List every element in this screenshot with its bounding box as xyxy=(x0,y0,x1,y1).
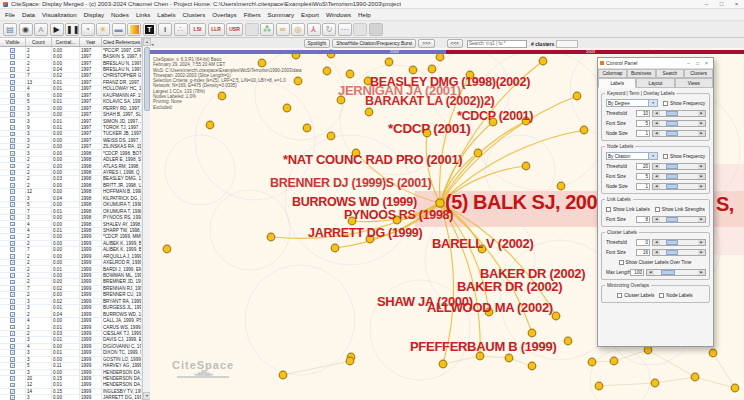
node-size-slider[interactable]: ◀▶ xyxy=(652,183,706,190)
play-icon[interactable]: ▶ xyxy=(50,23,64,36)
threshold-value[interactable]: 10 xyxy=(636,110,650,117)
visible-checkbox[interactable]: ✓ xyxy=(10,344,15,349)
font-size-slider[interactable]: ◀▶ xyxy=(652,173,706,180)
pathfinder-icon[interactable]: ⅄ xyxy=(307,23,321,36)
minimize-node-labels-checkbox[interactable] xyxy=(659,293,664,298)
menu-display[interactable]: Display xyxy=(84,11,104,18)
font-size-value[interactable]: 16 xyxy=(636,249,650,256)
graph-node[interactable] xyxy=(474,149,482,157)
control-panel-window[interactable]: Control Panel –□× ColormapBurstnessSearc… xyxy=(597,57,714,347)
font-size-slider[interactable]: ◀▶ xyxy=(652,249,706,256)
visible-checkbox[interactable]: ✓ xyxy=(10,74,15,79)
graph-node[interactable] xyxy=(365,108,373,116)
font-size-slider[interactable]: ◀▶ xyxy=(652,120,706,127)
graph-node[interactable] xyxy=(331,244,339,252)
threshold-value[interactable]: 20 xyxy=(636,163,650,170)
visible-checkbox[interactable]: ✓ xyxy=(10,280,15,285)
visible-checkbox[interactable]: ✓ xyxy=(10,299,15,304)
graph-node[interactable] xyxy=(505,354,513,362)
visible-checkbox[interactable]: ✓ xyxy=(10,151,15,156)
graph-node[interactable] xyxy=(428,65,436,73)
keyword-label-type-select[interactable]: By Degree ▼ xyxy=(606,99,658,107)
italic-label-icon[interactable]: I xyxy=(158,23,172,36)
visible-checkbox[interactable]: ✓ xyxy=(10,338,15,343)
minimize-cluster-labels-checkbox[interactable] xyxy=(617,293,622,298)
cluster-color-icon[interactable]: ⁂ xyxy=(260,23,274,36)
max-length-value[interactable]: 100 xyxy=(630,269,644,276)
max-length-slider[interactable]: ◀▶ xyxy=(646,269,706,276)
visible-checkbox[interactable]: ✓ xyxy=(10,189,15,194)
visible-checkbox[interactable]: ✓ xyxy=(10,48,15,53)
visible-checkbox[interactable]: ✓ xyxy=(10,125,15,130)
visible-checkbox[interactable]: ✓ xyxy=(10,228,15,233)
tab-labels[interactable]: Labels xyxy=(598,78,636,88)
visible-checkbox[interactable]: ✓ xyxy=(10,305,15,310)
rotate-icon[interactable]: ↻ xyxy=(322,23,336,36)
graph-node[interactable] xyxy=(557,182,565,190)
graph-node[interactable] xyxy=(588,358,596,366)
threshold-slider[interactable]: ◀▶ xyxy=(652,110,706,117)
menu-data[interactable]: Data xyxy=(22,11,35,18)
menu-labels[interactable]: Labels xyxy=(157,11,175,18)
menu-visualization[interactable]: Visualization xyxy=(42,11,77,18)
cluster-labels-over-time-checkbox[interactable] xyxy=(619,260,624,265)
visible-checkbox[interactable]: ✓ xyxy=(10,318,15,323)
visible-checkbox[interactable]: ✓ xyxy=(10,93,15,98)
graph-node[interactable] xyxy=(573,92,581,100)
scroll-up-icon[interactable]: ▲ xyxy=(143,38,151,46)
visible-checkbox[interactable]: ✓ xyxy=(10,138,15,143)
visible-checkbox[interactable]: ✓ xyxy=(10,209,15,214)
graph-node[interactable] xyxy=(163,245,171,253)
tab-colormap[interactable]: Colormap xyxy=(598,69,627,78)
maximize-button[interactable]: □ xyxy=(714,0,729,9)
threshold-value[interactable]: 0 xyxy=(636,239,650,246)
graph-node[interactable] xyxy=(346,70,354,78)
show-link-labels-checkbox[interactable] xyxy=(606,207,611,212)
menu-windows[interactable]: Windows xyxy=(326,11,351,18)
graph-node[interactable] xyxy=(691,373,699,381)
close-button[interactable]: × xyxy=(702,59,711,68)
visible-checkbox[interactable]: ✓ xyxy=(10,86,15,91)
visible-checkbox[interactable]: ✓ xyxy=(10,286,15,291)
minimize-button[interactable]: – xyxy=(699,0,714,9)
llr-button[interactable]: LLR xyxy=(208,23,225,36)
menu-clusters[interactable]: Clusters xyxy=(183,11,206,18)
visible-checkbox[interactable]: ✓ xyxy=(10,312,15,317)
graph-node[interactable] xyxy=(436,53,444,61)
visible-checkbox[interactable]: ✓ xyxy=(10,144,15,149)
search-input[interactable] xyxy=(467,40,527,48)
visible-checkbox[interactable]: ✓ xyxy=(10,273,15,278)
graph-node[interactable] xyxy=(539,57,547,65)
graph-node[interactable] xyxy=(610,357,618,365)
visible-checkbox[interactable]: ✓ xyxy=(10,202,15,207)
menu-nodes[interactable]: Nodes xyxy=(111,11,129,18)
column-header-visible[interactable]: Visible xyxy=(0,38,26,46)
visible-checkbox[interactable]: ✓ xyxy=(10,254,15,259)
graph-node[interactable] xyxy=(267,233,275,241)
scatter-icon[interactable]: ∴ xyxy=(174,23,188,36)
close-button[interactable]: × xyxy=(729,0,744,9)
ellipsis-icon[interactable]: ⋯ xyxy=(338,23,352,36)
lsi-button[interactable]: LSI xyxy=(189,23,206,36)
save-icon[interactable]: ▤ xyxy=(3,23,17,36)
visible-checkbox[interactable]: ✓ xyxy=(10,370,15,375)
visible-checkbox[interactable]: ✓ xyxy=(10,106,15,111)
visible-checkbox[interactable]: ✓ xyxy=(10,177,15,182)
visible-checkbox[interactable]: ✓ xyxy=(10,80,15,85)
fisheye-icon[interactable]: ◔ xyxy=(81,23,95,36)
clusters-count-field[interactable] xyxy=(556,40,578,48)
pause-icon[interactable]: ❚❚ xyxy=(65,23,79,36)
visible-checkbox[interactable]: ✓ xyxy=(10,383,15,388)
graph-node[interactable] xyxy=(385,58,393,66)
visible-checkbox[interactable]: ✓ xyxy=(10,357,15,362)
visible-checkbox[interactable]: ✓ xyxy=(10,350,15,355)
show-frequency-checkbox[interactable] xyxy=(663,154,668,159)
tab-clusters[interactable]: Clusters xyxy=(684,69,713,78)
usr-button[interactable]: USR xyxy=(226,23,243,36)
node-label-type-select[interactable]: By Citation ▼ xyxy=(606,152,658,160)
visible-checkbox[interactable]: ✓ xyxy=(10,363,15,368)
visible-checkbox[interactable]: ✓ xyxy=(10,132,15,137)
graph-node[interactable] xyxy=(323,67,331,75)
spotlight-button[interactable]: Spotlight xyxy=(304,39,331,49)
menu-help[interactable]: Help xyxy=(358,11,371,18)
